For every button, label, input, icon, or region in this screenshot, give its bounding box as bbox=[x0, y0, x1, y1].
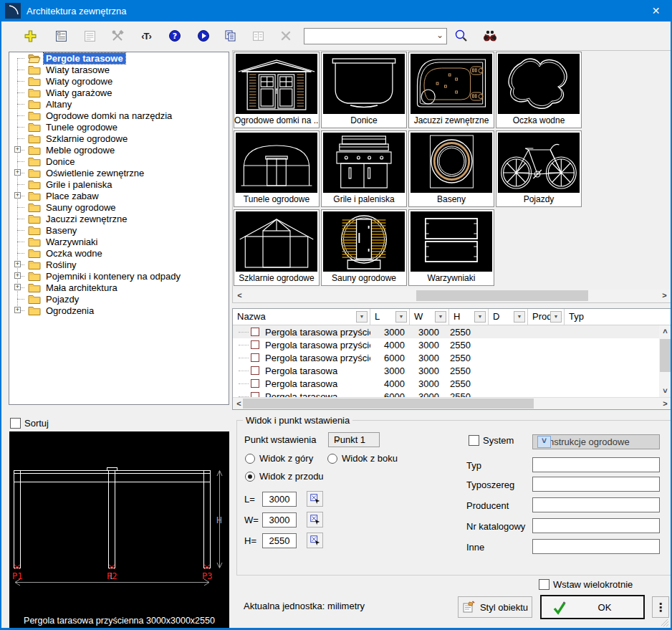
scrollbar-thumb[interactable] bbox=[243, 398, 534, 409]
view-side-radio[interactable]: Widok z boku bbox=[327, 453, 398, 464]
details-button[interactable] bbox=[248, 26, 268, 46]
copy-button[interactable] bbox=[221, 26, 241, 46]
more-options-button[interactable]: ⋮ bbox=[652, 596, 669, 618]
nr-katalogowy-field[interactable] bbox=[532, 518, 660, 533]
column-producent[interactable]: Produc ▼ bbox=[528, 309, 565, 325]
tree-item[interactable]: + Pojemniki i kontenery na odpady bbox=[9, 270, 229, 282]
table-row[interactable]: Pergola tarasowa przyścienna 3000 3000 2… bbox=[233, 325, 660, 338]
typ-field[interactable] bbox=[532, 457, 660, 472]
tree-item[interactable]: + Donice bbox=[9, 156, 229, 167]
checkbox-icon[interactable] bbox=[469, 435, 479, 446]
dim-l-input[interactable] bbox=[262, 492, 297, 507]
thumbnail-tile[interactable]: Ogrodowe domki na ... bbox=[234, 52, 320, 128]
tree-item[interactable]: + Szklarnie ogrodowe bbox=[9, 133, 229, 144]
text-icon[interactable]: ‹T› bbox=[136, 26, 156, 46]
checkbox-icon[interactable] bbox=[10, 418, 21, 429]
filter-w-button[interactable]: ▼ bbox=[435, 311, 446, 323]
tools-button[interactable] bbox=[107, 26, 128, 46]
table-vscrollbar[interactable]: ˄ ˅ bbox=[659, 325, 671, 397]
tree-item[interactable]: + Meble ogrodowe bbox=[9, 144, 229, 156]
close-button[interactable]: ✕ bbox=[640, 0, 672, 22]
tree-item-label[interactable]: Wiaty tarasowe bbox=[44, 65, 112, 75]
thumbnail-tile[interactable]: Warzywniaki bbox=[408, 209, 494, 286]
thumbnail-hscrollbar[interactable]: < > bbox=[234, 290, 671, 302]
tree-item[interactable]: + Ogrodowe domki na narzędzia bbox=[9, 110, 229, 121]
scroll-down-icon[interactable]: ˅ bbox=[659, 385, 671, 397]
tree-item[interactable]: + Wiaty garażowe bbox=[9, 87, 229, 98]
tree-item-label[interactable]: Wiaty ogrodowe bbox=[44, 76, 115, 87]
ok-button[interactable]: OK bbox=[540, 595, 645, 619]
scrollbar-thumb[interactable] bbox=[660, 339, 671, 372]
tree-item-label[interactable]: Szklarnie ogrodowe bbox=[44, 133, 130, 144]
inne-field[interactable] bbox=[532, 539, 660, 554]
delete-button[interactable] bbox=[276, 26, 296, 46]
system-select[interactable]: Konstrukcje ogrodowe ˅ bbox=[532, 434, 660, 449]
expand-icon[interactable]: + bbox=[14, 146, 21, 153]
add-button[interactable] bbox=[20, 26, 40, 46]
tree-item-label[interactable]: Pergole tarasowe bbox=[44, 53, 125, 64]
filter-nazwa-button[interactable]: ▼ bbox=[356, 311, 368, 323]
tree-item-label[interactable]: Warzywniaki bbox=[44, 237, 100, 247]
tree-item-label[interactable]: Oświetlenie zewnętrzne bbox=[44, 168, 146, 178]
chevron-down-icon[interactable]: ⌄ bbox=[436, 30, 443, 40]
scroll-right-icon[interactable]: > bbox=[658, 290, 671, 302]
tree-item[interactable]: + Oświetlenie zewnętrzne bbox=[9, 167, 229, 178]
tree-item-label[interactable]: Pojazdy bbox=[44, 294, 81, 305]
tree-item[interactable]: + Altany bbox=[9, 98, 229, 110]
scroll-up-icon[interactable]: ˄ bbox=[659, 325, 671, 338]
tree-item[interactable]: + Tunele ogrodowe bbox=[9, 121, 229, 133]
filter-l-button[interactable]: ▼ bbox=[395, 311, 407, 323]
filter-d-button[interactable]: ▼ bbox=[514, 311, 525, 323]
row-checkbox[interactable] bbox=[251, 366, 259, 375]
object-style-button[interactable]: Styl obiektu bbox=[458, 596, 532, 618]
expand-icon[interactable]: + bbox=[14, 284, 21, 290]
tree-item[interactable]: + Warzywniaki bbox=[9, 236, 229, 247]
expand-icon[interactable]: + bbox=[14, 272, 21, 279]
expand-icon[interactable]: + bbox=[14, 169, 21, 176]
tree-item[interactable]: + Wiaty ogrodowe bbox=[9, 75, 229, 87]
tree-item[interactable]: + Pergole tarasowe bbox=[9, 52, 229, 64]
expand-icon[interactable]: + bbox=[14, 192, 21, 199]
search-icon-button[interactable] bbox=[451, 26, 471, 46]
column-w[interactable]: W ▼ bbox=[410, 309, 449, 325]
tree-item[interactable]: + Place zabaw bbox=[9, 190, 229, 201]
tree-item[interactable]: + Rośliny bbox=[9, 259, 229, 270]
resize-grip[interactable] bbox=[661, 619, 668, 626]
table-hscrollbar[interactable]: < > bbox=[233, 397, 671, 409]
tree-item-label[interactable]: Ogrodzenia bbox=[44, 305, 96, 316]
tree-item-label[interactable]: Meble ogrodowe bbox=[44, 145, 117, 156]
scroll-right-icon[interactable]: > bbox=[659, 398, 671, 410]
tree-item-label[interactable]: Grile i paleniska bbox=[44, 179, 115, 190]
row-checkbox[interactable] bbox=[251, 328, 259, 336]
tree-item-label[interactable]: Jacuzzi zewnętrzne bbox=[44, 214, 129, 224]
play-button[interactable] bbox=[193, 26, 213, 46]
tree-item-label[interactable]: Oczka wodne bbox=[44, 248, 105, 259]
insertion-point-select[interactable]: Punkt 1 ⌄ bbox=[328, 432, 380, 447]
row-checkbox[interactable] bbox=[251, 379, 259, 388]
column-h[interactable]: H ▼ bbox=[449, 309, 489, 325]
expand-icon[interactable]: + bbox=[14, 307, 21, 313]
tree-item[interactable]: + Pojazdy bbox=[9, 293, 229, 305]
tree-item-label[interactable]: Place zabaw bbox=[44, 191, 101, 201]
tree-item-label[interactable]: Wiaty garażowe bbox=[44, 87, 114, 98]
pick-h-button[interactable] bbox=[307, 533, 323, 548]
tree-item[interactable]: + Sauny ogrodowe bbox=[9, 201, 229, 213]
tree-item[interactable]: + Wiaty tarasowe bbox=[9, 64, 229, 75]
typoszereg-field[interactable] bbox=[532, 477, 660, 492]
tree-item-label[interactable]: Ogrodowe domki na narzędzia bbox=[44, 110, 174, 121]
sort-checkbox[interactable]: Sortuj bbox=[10, 418, 49, 429]
document-button[interactable] bbox=[80, 26, 100, 46]
multi-insert-checkbox[interactable]: Wstaw wielokrotnie bbox=[539, 579, 633, 590]
tree-item-label[interactable]: Sauny ogrodowe bbox=[44, 202, 118, 213]
column-l[interactable]: L ▼ bbox=[370, 309, 410, 325]
table-row[interactable]: Pergola tarasowa przyścienna 4000 3000 2… bbox=[233, 338, 660, 351]
tree-item[interactable]: + Baseny bbox=[9, 224, 229, 236]
tree-item-label[interactable]: Pojemniki i kontenery na odpady bbox=[44, 271, 183, 282]
help-button[interactable]: ? bbox=[165, 26, 185, 46]
thumbnail-tile[interactable]: Grile i paleniska bbox=[321, 130, 407, 207]
producent-field[interactable] bbox=[532, 497, 660, 512]
thumbnail-tile[interactable]: Szklarnie ogrodowe bbox=[234, 209, 320, 286]
table-row[interactable]: Pergola tarasowa 3000 3000 2550 bbox=[233, 364, 660, 377]
dim-h-input[interactable] bbox=[262, 533, 297, 548]
table-row[interactable]: Pergola tarasowa 4000 3000 2550 bbox=[233, 377, 660, 390]
